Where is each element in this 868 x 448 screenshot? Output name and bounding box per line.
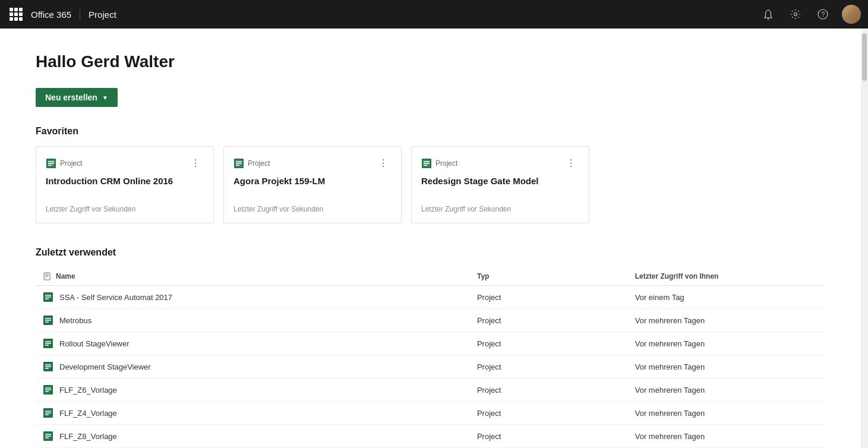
favorite-card-1[interactable]: Project ⋮ Introduction CRM Online 2016 L… xyxy=(36,146,214,223)
recent-row-access: Vor mehreren Tagen xyxy=(628,332,825,355)
recent-row-type: Project xyxy=(470,286,628,309)
main-content-area: Hallo Gerd Walter Neu erstellen ▼ Favori… xyxy=(0,29,861,448)
scrollbar-thumb[interactable] xyxy=(862,33,867,81)
recent-row-name-cell: SSA - Self Service Automat 2017 xyxy=(36,286,470,309)
fav-card-3-header: Project ⋮ xyxy=(421,156,579,170)
fav-card-1-menu-icon[interactable]: ⋮ xyxy=(187,156,204,170)
fav-card-3-last-access: Letzter Zugriff vor Sekunden xyxy=(421,205,579,213)
favorite-card-2[interactable]: Project ⋮ Agora Projekt 159-LM Letzter Z… xyxy=(223,146,402,223)
recent-row-type: Project xyxy=(470,309,628,332)
fav-card-1-header: Project ⋮ xyxy=(46,156,204,170)
top-navigation: Office 365 Project ? xyxy=(0,0,868,29)
recent-table-row[interactable]: FLF_Z4_Vorlage Project Vor mehreren Tage… xyxy=(36,402,825,425)
recent-row-name-cell: Metrobus xyxy=(36,309,470,332)
project-row-icon xyxy=(43,384,53,395)
project-row-icon xyxy=(43,361,53,372)
help-question-icon[interactable]: ? xyxy=(815,6,831,23)
project-type-icon xyxy=(421,158,432,169)
col-header-name: Name xyxy=(36,267,470,286)
project-type-icon xyxy=(46,158,56,169)
avatar-image xyxy=(842,5,861,24)
recent-row-name: FLF_Z6_Vorlage xyxy=(59,386,117,395)
page-layout: Hallo Gerd Walter Neu erstellen ▼ Favori… xyxy=(0,29,868,448)
fav-card-2-type: Project xyxy=(233,158,270,169)
fav-card-3-type-label: Project xyxy=(435,159,457,168)
recent-table-row[interactable]: Rollout StageViewer Project Vor mehreren… xyxy=(36,332,825,355)
recent-row-access: Vor mehreren Tagen xyxy=(628,355,825,378)
project-row-icon xyxy=(43,315,53,326)
favorites-section-title: Favoriten xyxy=(36,126,825,137)
file-header-icon xyxy=(43,272,51,280)
fav-card-2-type-label: Project xyxy=(248,159,270,168)
user-avatar[interactable] xyxy=(842,5,861,24)
recent-row-access: Vor mehreren Tagen xyxy=(628,402,825,425)
fav-card-1-type-label: Project xyxy=(60,159,82,168)
fav-card-3-type: Project xyxy=(421,158,457,169)
new-button-label: Neu erstellen xyxy=(45,93,97,102)
recent-table-row[interactable]: Metrobus Project Vor mehreren Tagen xyxy=(36,309,825,332)
project-type-icon xyxy=(233,158,244,169)
recent-row-name: FLF_Z8_Vorlage xyxy=(59,432,117,441)
col-header-access: Letzter Zugriff von Ihnen xyxy=(628,267,825,286)
recent-row-name: FLF_Z4_Vorlage xyxy=(59,409,117,418)
recent-row-name-cell: FLF_Z6_Vorlage xyxy=(36,378,470,402)
recent-row-type: Project xyxy=(470,355,628,378)
favorites-grid: Project ⋮ Introduction CRM Online 2016 L… xyxy=(36,146,825,223)
chevron-down-icon: ▼ xyxy=(102,94,108,101)
fav-card-3-title: Redesign Stage Gate Model xyxy=(421,176,579,198)
svg-rect-10 xyxy=(44,273,50,280)
recent-row-name-cell: Rollout StageViewer xyxy=(36,332,470,355)
recent-row-access: Vor mehreren Tagen xyxy=(628,309,825,332)
project-row-icon xyxy=(43,408,53,418)
fav-card-3-menu-icon[interactable]: ⋮ xyxy=(563,156,579,170)
settings-gear-icon[interactable] xyxy=(787,6,804,23)
notification-bell-icon[interactable] xyxy=(760,6,777,23)
svg-text:?: ? xyxy=(821,11,825,18)
recent-row-type: Project xyxy=(470,425,628,448)
fav-card-1-title: Introduction CRM Online 2016 xyxy=(46,176,204,198)
waffle-menu-button[interactable] xyxy=(7,5,25,23)
recent-row-type: Project xyxy=(470,378,628,402)
fav-card-2-title: Agora Projekt 159-LM xyxy=(233,176,392,198)
scrollbar-track[interactable] xyxy=(861,29,868,448)
recent-row-name-cell: FLF_Z4_Vorlage xyxy=(36,402,470,425)
recent-table: Name Typ Letzter Zugriff von Ihnen SSA -… xyxy=(36,267,825,448)
recent-row-type: Project xyxy=(470,332,628,355)
recent-row-name: Metrobus xyxy=(59,316,91,325)
favorite-card-3[interactable]: Project ⋮ Redesign Stage Gate Model Letz… xyxy=(411,146,589,223)
fav-card-2-header: Project ⋮ xyxy=(233,156,392,170)
project-row-icon xyxy=(43,292,53,302)
new-create-button[interactable]: Neu erstellen ▼ xyxy=(36,88,118,107)
recent-row-name: Development StageViewer xyxy=(59,362,151,371)
col-name-label: Name xyxy=(56,272,75,280)
greeting-heading: Hallo Gerd Walter xyxy=(36,52,825,71)
project-row-icon xyxy=(43,431,53,441)
recent-row-name: Rollout StageViewer xyxy=(59,339,130,348)
col-header-type: Typ xyxy=(470,267,628,286)
recent-row-name-cell: Development StageViewer xyxy=(36,355,470,378)
waffle-icon xyxy=(10,8,23,21)
recent-row-name: SSA - Self Service Automat 2017 xyxy=(59,293,172,302)
recent-table-row[interactable]: FLF_Z6_Vorlage Project Vor mehreren Tage… xyxy=(36,378,825,402)
svg-point-1 xyxy=(794,13,797,16)
recent-table-header-row: Name Typ Letzter Zugriff von Ihnen xyxy=(36,267,825,286)
recent-section-title: Zuletzt verwendet xyxy=(36,247,825,258)
fav-card-2-menu-icon[interactable]: ⋮ xyxy=(375,156,392,170)
recent-row-access: Vor mehreren Tagen xyxy=(628,425,825,448)
fav-card-1-last-access: Letzter Zugriff vor Sekunden xyxy=(46,205,204,213)
recent-row-type: Project xyxy=(470,402,628,425)
fav-card-2-last-access: Letzter Zugriff vor Sekunden xyxy=(233,205,392,213)
fav-card-1-type: Project xyxy=(46,158,82,169)
svg-point-0 xyxy=(768,18,769,19)
recent-row-name-cell: FLF_Z8_Vorlage xyxy=(36,425,470,448)
recent-row-access: Vor einem Tag xyxy=(628,286,825,309)
office-brand-label[interactable]: Office 365 xyxy=(31,10,80,20)
app-name-label: Project xyxy=(89,10,116,20)
recent-table-row[interactable]: FLF_Z8_Vorlage Project Vor mehreren Tage… xyxy=(36,425,825,448)
recent-table-row[interactable]: Development StageViewer Project Vor mehr… xyxy=(36,355,825,378)
topnav-action-icons: ? xyxy=(760,5,861,24)
project-row-icon xyxy=(43,338,53,349)
recent-row-access: Vor mehreren Tagen xyxy=(628,378,825,402)
recent-table-row[interactable]: SSA - Self Service Automat 2017 Project … xyxy=(36,286,825,309)
